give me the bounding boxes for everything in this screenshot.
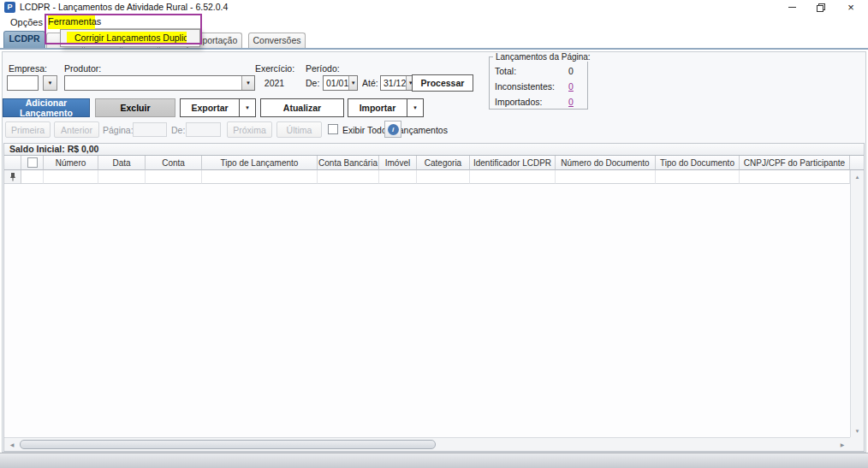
close-icon: × xyxy=(847,1,854,14)
proxima-button[interactable]: Próxima xyxy=(227,121,272,138)
filter-cell[interactable] xyxy=(417,170,470,184)
filter-row-indicator xyxy=(4,170,21,184)
col-data[interactable]: Data xyxy=(98,156,146,170)
scroll-down-icon[interactable]: ▼ xyxy=(851,424,864,437)
ultima-button[interactable]: Última xyxy=(276,121,322,138)
groupbox-title: Lançamentos da Página: xyxy=(493,52,593,62)
pagina-total-input[interactable] xyxy=(186,122,221,137)
window-title: LCDPR - Lançamentos de Atividade Rural -… xyxy=(20,2,228,12)
tab-conversoes[interactable]: Conversões xyxy=(248,33,306,48)
excluir-button[interactable]: Excluir xyxy=(95,98,175,117)
filter-cell[interactable] xyxy=(98,170,146,184)
col-cnpj-cpf-participante[interactable]: CNPJ/CPF do Participante xyxy=(740,156,850,170)
filter-cell[interactable] xyxy=(146,170,202,184)
filter-cell[interactable] xyxy=(379,170,417,184)
col-conta-bancaria[interactable]: Conta Bancária xyxy=(318,156,379,170)
primeira-button[interactable]: Primeira xyxy=(5,121,51,138)
pagina-input[interactable] xyxy=(133,122,167,137)
periodo-de-combobox[interactable]: 01/01 ▼ xyxy=(323,75,358,91)
scrollbar-corner xyxy=(850,437,864,451)
exportar-button[interactable]: Exportar xyxy=(181,99,239,116)
tab-lcdpr[interactable]: LCDPR xyxy=(3,31,45,48)
vertical-scrollbar[interactable]: ▲ ▼ xyxy=(850,170,864,437)
pagina-de-label: De: xyxy=(171,125,185,135)
filter-cell[interactable] xyxy=(656,170,740,184)
total-value: 0 xyxy=(565,66,577,76)
col-tipo-lancamento[interactable]: Tipo de Lançamento xyxy=(202,156,318,170)
menu-bar: Opções Ferramentas xyxy=(0,15,868,30)
filter-pin-icon xyxy=(9,172,16,181)
importar-dropdown-button[interactable]: ▼ xyxy=(407,99,423,116)
atualizar-button[interactable]: Atualizar xyxy=(260,98,344,117)
importados-value-link[interactable]: 0 xyxy=(565,97,577,107)
total-label: Total: xyxy=(495,66,516,76)
inconsistentes-value-link[interactable]: 0 xyxy=(565,81,577,92)
exibir-todos-checkbox[interactable] xyxy=(328,124,338,134)
col-identificador-lcdpr[interactable]: Identificador LCDPR xyxy=(470,156,556,170)
menu-ferramentas[interactable]: Ferramentas xyxy=(48,15,95,29)
restore-button[interactable] xyxy=(808,0,834,15)
select-all-header[interactable] xyxy=(21,156,44,170)
filter-cell[interactable] xyxy=(556,170,656,184)
saldo-inicial-bar: Saldo Inicial: R$ 0,00 xyxy=(4,144,864,156)
lancamentos-da-pagina-groupbox: Lançamentos da Página: Total: 0 Inconsis… xyxy=(489,56,588,110)
scroll-right-icon[interactable]: ▶ xyxy=(836,438,848,451)
col-numero-documento[interactable]: Número do Documento xyxy=(556,156,656,170)
empresa-dropdown-button[interactable]: ▼ xyxy=(43,75,57,91)
horizontal-scrollbar-thumb[interactable] xyxy=(20,440,436,449)
select-all-checkbox[interactable] xyxy=(27,157,38,168)
periodo-ate-combobox[interactable]: 31/12 ▼ xyxy=(380,75,415,91)
pagina-label: Página: xyxy=(103,125,134,135)
chevron-down-icon: ▼ xyxy=(348,76,357,90)
exportar-split-button[interactable]: Exportar ▼ xyxy=(180,98,256,117)
chevron-down-icon: ▼ xyxy=(241,76,254,90)
periodo-ate-label: Até: xyxy=(362,78,378,88)
col-numero[interactable]: Número xyxy=(44,156,98,170)
col-conta[interactable]: Conta xyxy=(146,156,202,170)
status-bar xyxy=(0,453,868,468)
restore-icon xyxy=(817,3,825,12)
minimize-button[interactable] xyxy=(779,0,805,15)
grid-header-cap xyxy=(850,156,864,170)
chevron-down-icon: ▼ xyxy=(48,80,53,86)
periodo-ate-value: 31/12 xyxy=(381,78,406,88)
importar-button[interactable]: Importar xyxy=(348,99,407,116)
produtor-combobox[interactable]: ▼ xyxy=(64,75,255,91)
grid-header-row: Número Data Conta Tipo de Lançamento Con… xyxy=(4,156,850,170)
filter-cell[interactable] xyxy=(44,170,98,184)
exercicio-label: Exercício: xyxy=(255,63,294,74)
col-imovel[interactable]: Imóvel xyxy=(379,156,417,170)
empresa-input[interactable] xyxy=(7,75,39,91)
close-button[interactable]: × xyxy=(838,0,864,15)
scroll-left-icon[interactable]: ◀ xyxy=(6,438,18,451)
scroll-up-icon[interactable]: ▲ xyxy=(851,170,864,183)
col-categoria[interactable]: Categoria xyxy=(417,156,470,170)
info-icon: i xyxy=(388,124,399,135)
periodo-label: Período: xyxy=(306,63,340,74)
app-logo-icon: P xyxy=(4,2,15,13)
row-indicator-header xyxy=(4,156,21,170)
filter-cell[interactable] xyxy=(21,170,44,184)
filter-cell[interactable] xyxy=(202,170,318,184)
processar-button[interactable]: Processar xyxy=(412,74,473,92)
anterior-button[interactable]: Anterior xyxy=(54,121,99,138)
inconsistentes-label: Inconsistentes: xyxy=(495,81,555,92)
menu-item-corrigir-lancamentos-duplicados[interactable]: Corrigir Lançamentos Duplicados xyxy=(67,32,187,44)
horizontal-scrollbar[interactable]: ◀ ▶ xyxy=(4,437,850,451)
produtor-label: Produtor: xyxy=(64,63,101,74)
grid-filter-row xyxy=(4,170,850,184)
info-button[interactable]: i xyxy=(384,121,401,138)
lcdpr-tab-panel: Empresa: Produtor: Exercício: Período: ▼… xyxy=(2,51,866,453)
lancamentos-grid: Saldo Inicial: R$ 0,00 Número Data Conta… xyxy=(3,143,865,452)
menu-opcoes[interactable]: Opções xyxy=(9,15,45,30)
chevron-down-icon: ▼ xyxy=(245,105,250,110)
filter-cell[interactable] xyxy=(470,170,556,184)
exercicio-value: 2021 xyxy=(255,78,294,88)
importar-split-button[interactable]: Importar ▼ xyxy=(348,98,424,117)
chevron-down-icon: ▼ xyxy=(413,105,418,110)
adicionar-lancamento-button[interactable]: Adicionar Lançamento xyxy=(3,98,90,117)
filter-cell[interactable] xyxy=(740,170,850,184)
col-tipo-documento[interactable]: Tipo do Documento xyxy=(656,156,740,170)
exportar-dropdown-button[interactable]: ▼ xyxy=(239,99,255,116)
filter-cell[interactable] xyxy=(318,170,379,184)
